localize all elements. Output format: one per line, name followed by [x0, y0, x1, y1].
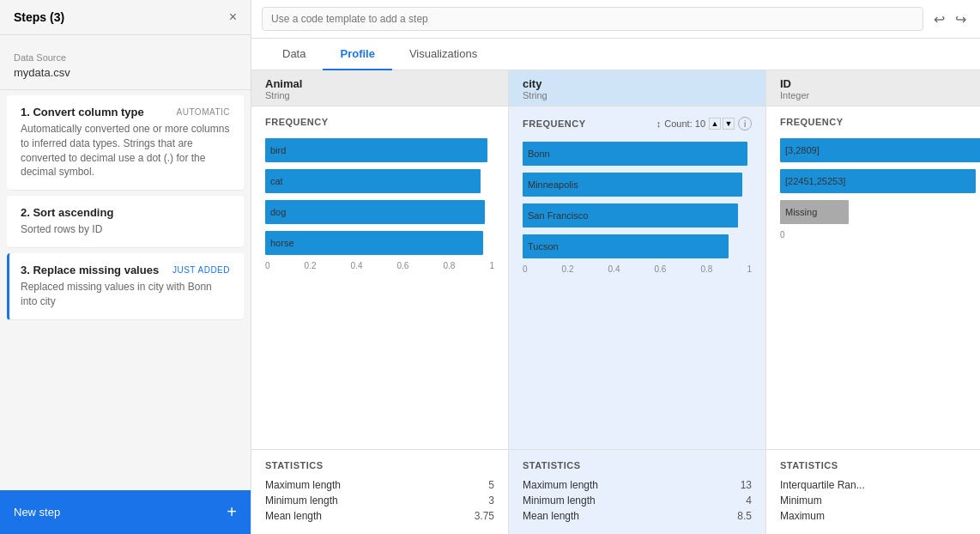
bar-row-dog: dog	[265, 197, 494, 227]
step-3-desc: Replaced missing values in city with Bon…	[21, 280, 230, 309]
step-2-title: 2. Sort ascending	[21, 206, 113, 219]
bar-label-minneapolis: Minneapolis	[528, 179, 578, 190]
animal-bar-chart: bird cat dog	[265, 136, 494, 258]
steps-header: Steps (3) ×	[0, 0, 251, 35]
city-freq-controls: ↕ Count: 10 ▲ ▼ i	[656, 117, 752, 130]
bar-row-tucson: Tucson	[523, 232, 752, 261]
id-col-name: ID	[780, 77, 980, 90]
bar-fill-bird	[265, 138, 487, 162]
bar-fill-horse	[265, 231, 483, 255]
animal-col-name: Animal	[265, 77, 494, 90]
tab-profile[interactable]: Profile	[323, 39, 391, 70]
tabs: Data Profile Visualizations	[251, 39, 980, 70]
bar-row-sanfrancisco: San Francisco	[523, 201, 752, 230]
animal-stat-maxlen: Maximum length 5	[265, 477, 494, 493]
animal-x-axis: 0 0.2 0.4 0.6 0.8 1	[265, 261, 494, 270]
redo-button[interactable]: ↪	[952, 8, 970, 31]
id-freq: FREQUENCY [3,2809] [22451,25253]	[766, 106, 980, 449]
animal-col-type: String	[265, 90, 494, 100]
steps-list: Data Source mydata.csv 1. Convert column…	[0, 35, 251, 490]
city-stat-maxlen: Maximum length 13	[523, 477, 752, 493]
id-stat-iqr: Interquartile Ran...	[780, 477, 980, 493]
city-col-name: city	[523, 77, 752, 90]
count-stepper[interactable]: ▲ ▼	[709, 118, 735, 130]
data-source-block: Data Source mydata.csv	[0, 42, 251, 90]
bar-label-horse: horse	[270, 238, 294, 248]
bar-row-missing: Missing	[780, 197, 980, 227]
toolbar-buttons: ↩ ↪	[930, 8, 970, 31]
column-id: ID Integer FREQUENCY [3,2809]	[766, 70, 980, 534]
id-bar-chart: [3,2809] [22451,25253]	[780, 136, 980, 227]
bar-row-horse: horse	[265, 228, 494, 258]
bar-label-cat: cat	[270, 176, 283, 186]
step-item-2[interactable]: 2. Sort ascending Sorted rows by ID	[7, 196, 244, 248]
left-panel: Steps (3) × Data Source mydata.csv 1. Co…	[0, 0, 251, 534]
bar-label-tucson: Tucson	[528, 241, 559, 252]
sort-icon: ↕	[656, 118, 662, 129]
bar-label-bonn: Bonn	[528, 149, 550, 159]
count-label: Count: 10	[664, 118, 705, 129]
id-x-axis: 0 0.5	[780, 230, 980, 240]
undo-button[interactable]: ↩	[930, 8, 948, 31]
columns-container: Animal String FREQUENCY bird	[251, 70, 980, 534]
bar-row-range2: [22451,25253]	[780, 167, 980, 196]
bar-label-dog: dog	[270, 207, 286, 217]
tab-visualizations[interactable]: Visualizations	[392, 39, 494, 70]
city-col-type: String	[523, 90, 752, 100]
animal-stat-meanlen: Mean length 3.75	[265, 508, 494, 524]
column-city: city String FREQUENCY ↕ Count: 10 ▲ ▼	[509, 70, 766, 534]
step-2-desc: Sorted rows by ID	[21, 222, 230, 237]
city-freq-title: FREQUENCY	[523, 118, 586, 129]
animal-stat-minlen: Minimum length 3	[265, 493, 494, 508]
template-input[interactable]	[262, 7, 923, 31]
animal-stats-title: STATISTICS	[265, 460, 494, 470]
id-stats-title: STATISTICS	[780, 460, 980, 470]
bar-fill-dog	[265, 200, 485, 224]
id-header: ID Integer	[766, 70, 980, 106]
step-3-title: 3. Replace missing values	[21, 264, 159, 276]
bar-fill-bonn	[523, 142, 747, 166]
step-1-title: 1. Convert column type	[21, 106, 144, 118]
count-up-btn[interactable]: ▲	[709, 118, 721, 130]
bar-label-sanfrancisco: San Francisco	[528, 210, 588, 221]
step-1-desc: Automatically converted one or more colu…	[21, 122, 230, 179]
info-icon[interactable]: i	[738, 117, 752, 130]
data-source-filename: mydata.csv	[14, 66, 237, 79]
right-panel: ↩ ↪ Data Profile Visualizations Animal S…	[251, 0, 980, 534]
new-step-label: New step	[14, 506, 60, 519]
bar-row-minneapolis: Minneapolis	[523, 170, 752, 199]
step-3-badge: JUST ADDED	[172, 265, 230, 275]
new-step-button[interactable]: New step +	[0, 490, 251, 534]
city-stats-title: STATISTICS	[523, 460, 752, 470]
count-down-btn[interactable]: ▼	[723, 118, 735, 130]
id-freq-title: FREQUENCY	[780, 117, 844, 127]
bar-label-range2: [22451,25253]	[785, 176, 845, 186]
step-item-3[interactable]: 3. Replace missing values JUST ADDED Rep…	[7, 253, 244, 320]
city-x-axis: 0 0.2 0.4 0.6 0.8 1	[523, 264, 752, 274]
id-stat-max: Maximum	[780, 508, 980, 524]
bar-label-bird: bird	[270, 145, 286, 155]
new-step-plus-icon: +	[227, 502, 237, 522]
bar-row-range1: [3,2809]	[780, 136, 980, 165]
steps-title: Steps (3)	[14, 10, 64, 24]
city-stats: STATISTICS Maximum length 13 Minimum len…	[509, 449, 765, 534]
close-button[interactable]: ×	[229, 10, 237, 24]
city-freq: FREQUENCY ↕ Count: 10 ▲ ▼ i	[509, 106, 765, 449]
city-bar-chart: Bonn Minneapolis San F	[523, 139, 752, 261]
id-stats: STATISTICS Interquartile Ran... Minimum …	[766, 449, 980, 534]
bar-label-range1: [3,2809]	[785, 145, 820, 155]
main-content: Animal String FREQUENCY bird	[251, 70, 980, 534]
city-stat-meanlen: Mean length 8.5	[523, 508, 752, 524]
step-1-badge: AUTOMATIC	[177, 107, 230, 117]
top-bar: ↩ ↪	[251, 0, 980, 39]
id-stat-min: Minimum	[780, 493, 980, 508]
animal-freq-title: FREQUENCY	[265, 117, 329, 127]
bar-row-bonn: Bonn	[523, 139, 752, 168]
bar-row-cat: cat	[265, 167, 494, 196]
step-item-1[interactable]: 1. Convert column type AUTOMATIC Automat…	[7, 95, 244, 191]
animal-header: Animal String	[251, 70, 508, 106]
animal-stats: STATISTICS Maximum length 5 Minimum leng…	[251, 449, 508, 534]
bar-label-missing: Missing	[785, 207, 817, 217]
city-stat-minlen: Minimum length 4	[523, 493, 752, 508]
tab-data[interactable]: Data	[265, 39, 323, 70]
